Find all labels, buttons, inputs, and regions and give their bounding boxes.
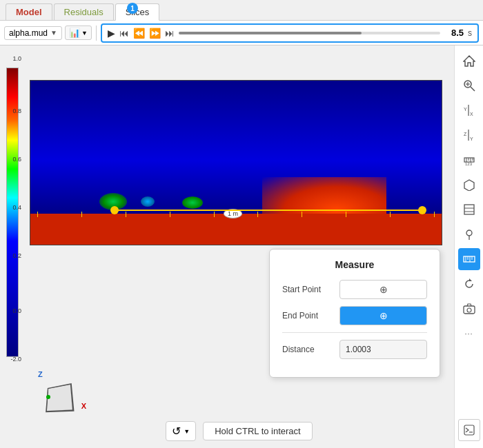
frame-button[interactable] xyxy=(458,174,480,196)
refresh-icon xyxy=(463,278,475,290)
scale-tick xyxy=(81,212,82,217)
scale-label-3: 0.4 xyxy=(12,204,21,211)
home-button[interactable] xyxy=(458,50,480,72)
frame-icon xyxy=(463,179,475,191)
measure-panel-title: Measure xyxy=(282,259,427,270)
scale-label-4: 0.2 xyxy=(12,252,21,259)
color-scale: 1.0 0.8 0.6 0.4 0.2 0.0 -2.0 xyxy=(0,45,24,448)
axes-widget: Z X xyxy=(38,363,86,411)
start-point-label: Start Point xyxy=(282,285,334,294)
svg-point-30 xyxy=(467,308,471,312)
camera-button[interactable] xyxy=(458,298,480,320)
viewport[interactable]: 1 m Z X Measure Start Point ⊕ xyxy=(24,45,454,417)
time-slider[interactable] xyxy=(179,32,440,34)
reset-button[interactable]: ↺ ▼ xyxy=(166,421,196,441)
viewport-container: 1 m Z X Measure Start Point ⊕ xyxy=(24,45,454,448)
play-button[interactable]: ▶ xyxy=(108,28,115,39)
chart-icon: 📊 xyxy=(69,28,80,38)
svg-text:X: X xyxy=(470,112,473,116)
measure-button[interactable] xyxy=(458,248,480,270)
svg-text:Y: Y xyxy=(470,136,473,141)
toolbar-divider xyxy=(96,26,97,41)
time-value: 8.5 xyxy=(444,28,464,38)
svg-marker-0 xyxy=(464,56,475,66)
tab-residuals[interactable]: Residuals xyxy=(54,3,114,20)
pin-button[interactable] xyxy=(458,223,480,245)
camera-icon xyxy=(463,303,475,315)
reset-icon: ↺ xyxy=(172,425,181,438)
more-dots-icon: ··· xyxy=(464,329,473,338)
home-icon xyxy=(463,54,475,67)
terminal-button[interactable] xyxy=(458,419,480,441)
measure-panel: Measure Start Point ⊕ End Point ⊕ Distan… xyxy=(269,249,440,378)
tab-badge: 1 xyxy=(127,3,138,14)
svg-line-2 xyxy=(471,87,475,91)
patch2 xyxy=(141,196,155,207)
axis-z-label: Z xyxy=(38,370,43,378)
axis-yx-icon: Y X xyxy=(463,104,475,116)
refresh-button[interactable] xyxy=(458,273,480,295)
bottom-toolbar: ↺ ▼ Hold CTRL to interact xyxy=(24,417,454,448)
dropdown-arrow: ▼ xyxy=(50,29,57,37)
svg-text:Y: Y xyxy=(464,107,467,112)
main-area: 1.0 0.8 0.6 0.4 0.2 0.0 -2.0 xyxy=(0,45,483,448)
right-sidebar: Y X Z Y 123 xyxy=(454,45,483,448)
start-point-input[interactable]: ⊕ xyxy=(339,280,427,299)
zoom-icon xyxy=(463,79,475,92)
more-button[interactable]: ··· xyxy=(458,323,480,345)
reset-arrow: ▼ xyxy=(184,428,190,435)
svg-rect-18 xyxy=(464,205,474,214)
step-fwd-button[interactable]: ⏩ xyxy=(149,28,161,39)
tab-model[interactable]: Model xyxy=(6,3,52,20)
end-point-row: End Point ⊕ xyxy=(282,306,427,325)
scale-label-1: 0.8 xyxy=(12,108,21,114)
axis-zy-icon: Z Y xyxy=(463,129,475,141)
axis-dot xyxy=(46,395,50,399)
scale-tick xyxy=(214,212,215,217)
axis-zy-button[interactable]: Z Y xyxy=(458,124,480,146)
pin-icon xyxy=(463,228,475,241)
end-crosshair-icon: ⊕ xyxy=(379,310,388,321)
layers-icon xyxy=(463,203,475,216)
zoom-button[interactable] xyxy=(458,74,480,96)
ctrl-info-label: Hold CTRL to interact xyxy=(203,422,313,440)
measure-icon xyxy=(463,253,475,265)
axis-x-label: X xyxy=(81,402,86,410)
svg-text:Z: Z xyxy=(464,132,467,136)
simulation-canvas[interactable]: 1 m xyxy=(30,80,442,245)
axis-yx-button[interactable]: Y X xyxy=(458,99,480,121)
svg-marker-28 xyxy=(469,278,472,281)
distance-row: Distance 1.0003 xyxy=(282,340,427,359)
step-back-button[interactable]: ⏪ xyxy=(133,28,145,39)
scale-tick xyxy=(302,212,302,217)
scale-tick xyxy=(346,212,346,217)
end-point-label: End Point xyxy=(282,311,334,320)
scale-label-6: -2.0 xyxy=(10,356,21,363)
scale-tick xyxy=(434,212,435,217)
skip-start-button[interactable]: ⏮ xyxy=(119,28,129,39)
scale-label-5: 0.0 xyxy=(12,307,21,314)
measure-line xyxy=(115,210,422,211)
svg-marker-17 xyxy=(464,180,474,191)
tab-bar: Model Residuals Slices 1 xyxy=(0,0,483,21)
playback-area: ▶ ⏮ ⏪ ⏩ ⏭ 8.5 s xyxy=(101,23,479,43)
scale-tick xyxy=(126,212,126,217)
scale-tick xyxy=(37,212,38,217)
measure-divider xyxy=(282,332,427,333)
skip-end-button[interactable]: ⏭ xyxy=(165,28,175,39)
toolbar: alpha.mud ▼ 📊 ▼ ▶ ⏮ ⏪ ⏩ ⏭ 8.5 s xyxy=(0,21,483,45)
svg-point-21 xyxy=(466,230,472,236)
start-point-row: Start Point ⊕ xyxy=(282,280,427,299)
start-crosshair-icon: ⊕ xyxy=(379,284,388,295)
sediment-layer xyxy=(30,214,442,245)
scale-tick xyxy=(390,212,391,217)
end-point-input[interactable]: ⊕ xyxy=(339,306,427,325)
time-slider-fill xyxy=(179,32,362,34)
time-unit: s xyxy=(468,28,472,38)
terminal-icon xyxy=(464,425,475,436)
layers-button[interactable] xyxy=(458,198,480,221)
scale-label-2: 0.6 xyxy=(12,156,21,163)
file-dropdown[interactable]: alpha.mud ▼ xyxy=(4,26,62,40)
ruler-button[interactable]: 123 xyxy=(458,149,480,171)
chart-button[interactable]: 📊 ▼ xyxy=(65,26,92,40)
